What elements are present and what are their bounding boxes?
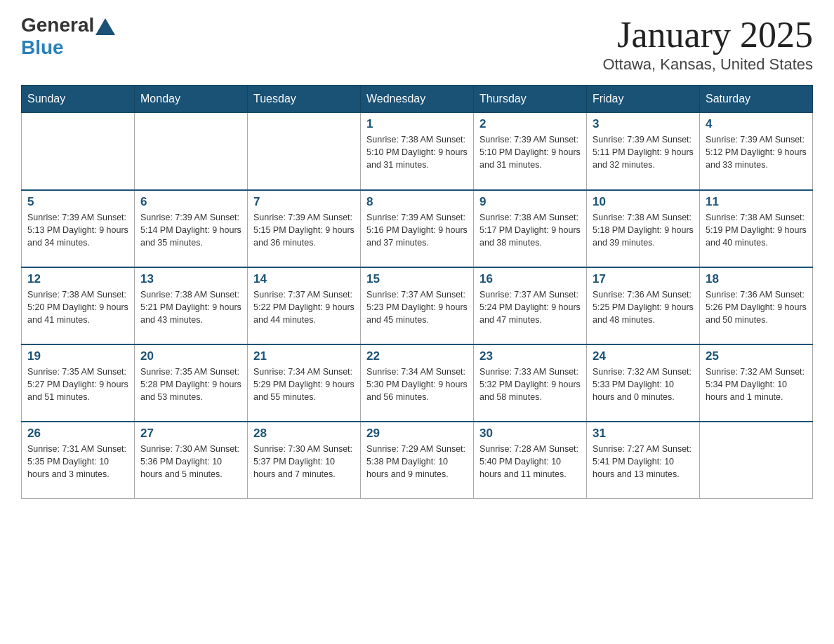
day-number: 29 xyxy=(366,427,468,441)
calendar-cell: 20Sunrise: 7:35 AM Sunset: 5:28 PM Dayli… xyxy=(135,344,248,422)
day-info: Sunrise: 7:34 AM Sunset: 5:30 PM Dayligh… xyxy=(366,365,468,403)
header-cell-friday: Friday xyxy=(587,86,700,113)
day-info: Sunrise: 7:36 AM Sunset: 5:26 PM Dayligh… xyxy=(706,288,807,326)
calendar-cell: 21Sunrise: 7:34 AM Sunset: 5:29 PM Dayli… xyxy=(248,344,361,422)
calendar-cell: 5Sunrise: 7:39 AM Sunset: 5:13 PM Daylig… xyxy=(22,190,135,267)
header-row: SundayMondayTuesdayWednesdayThursdayFrid… xyxy=(22,86,813,113)
calendar-body: 1Sunrise: 7:38 AM Sunset: 5:10 PM Daylig… xyxy=(22,113,813,499)
day-number: 28 xyxy=(253,427,355,441)
calendar-cell: 13Sunrise: 7:38 AM Sunset: 5:21 PM Dayli… xyxy=(135,267,248,344)
calendar-cell: 4Sunrise: 7:39 AM Sunset: 5:12 PM Daylig… xyxy=(700,113,813,190)
day-number: 22 xyxy=(366,349,468,363)
calendar-header: SundayMondayTuesdayWednesdayThursdayFrid… xyxy=(22,86,813,113)
day-number: 14 xyxy=(253,272,355,286)
calendar-cell: 9Sunrise: 7:38 AM Sunset: 5:17 PM Daylig… xyxy=(474,190,587,267)
day-info: Sunrise: 7:39 AM Sunset: 5:15 PM Dayligh… xyxy=(253,211,355,249)
header-cell-saturday: Saturday xyxy=(700,86,813,113)
day-info: Sunrise: 7:38 AM Sunset: 5:10 PM Dayligh… xyxy=(366,133,468,171)
calendar-cell: 28Sunrise: 7:30 AM Sunset: 5:37 PM Dayli… xyxy=(248,422,361,499)
day-number: 13 xyxy=(140,272,241,286)
day-info: Sunrise: 7:38 AM Sunset: 5:21 PM Dayligh… xyxy=(140,288,241,326)
day-info: Sunrise: 7:38 AM Sunset: 5:18 PM Dayligh… xyxy=(593,211,694,249)
day-info: Sunrise: 7:32 AM Sunset: 5:33 PM Dayligh… xyxy=(593,365,694,403)
calendar-cell: 16Sunrise: 7:37 AM Sunset: 5:24 PM Dayli… xyxy=(474,267,587,344)
day-info: Sunrise: 7:39 AM Sunset: 5:13 PM Dayligh… xyxy=(27,211,128,249)
day-info: Sunrise: 7:39 AM Sunset: 5:11 PM Dayligh… xyxy=(593,133,694,171)
day-info: Sunrise: 7:33 AM Sunset: 5:32 PM Dayligh… xyxy=(479,365,581,403)
week-row-3: 12Sunrise: 7:38 AM Sunset: 5:20 PM Dayli… xyxy=(22,267,813,344)
day-number: 4 xyxy=(706,117,807,131)
calendar-cell: 29Sunrise: 7:29 AM Sunset: 5:38 PM Dayli… xyxy=(361,422,474,499)
day-number: 5 xyxy=(27,195,128,209)
day-info: Sunrise: 7:39 AM Sunset: 5:16 PM Dayligh… xyxy=(366,211,468,249)
day-number: 26 xyxy=(27,427,128,441)
week-row-1: 1Sunrise: 7:38 AM Sunset: 5:10 PM Daylig… xyxy=(22,113,813,190)
day-info: Sunrise: 7:31 AM Sunset: 5:35 PM Dayligh… xyxy=(27,443,128,481)
day-info: Sunrise: 7:28 AM Sunset: 5:40 PM Dayligh… xyxy=(479,443,581,481)
day-number: 11 xyxy=(706,195,807,209)
day-number: 7 xyxy=(253,195,355,209)
day-number: 2 xyxy=(479,117,581,131)
day-number: 18 xyxy=(706,272,807,286)
header-cell-thursday: Thursday xyxy=(474,86,587,113)
calendar-cell: 22Sunrise: 7:34 AM Sunset: 5:30 PM Dayli… xyxy=(361,344,474,422)
calendar-cell: 7Sunrise: 7:39 AM Sunset: 5:15 PM Daylig… xyxy=(248,190,361,267)
calendar-title: January 2025 xyxy=(602,14,813,55)
day-info: Sunrise: 7:38 AM Sunset: 5:17 PM Dayligh… xyxy=(479,211,581,249)
calendar-cell: 19Sunrise: 7:35 AM Sunset: 5:27 PM Dayli… xyxy=(22,344,135,422)
day-number: 6 xyxy=(140,195,241,209)
page-header: General Blue January 2025 Ottawa, Kansas… xyxy=(21,14,813,74)
week-row-2: 5Sunrise: 7:39 AM Sunset: 5:13 PM Daylig… xyxy=(22,190,813,267)
calendar-cell: 11Sunrise: 7:38 AM Sunset: 5:19 PM Dayli… xyxy=(700,190,813,267)
day-number: 1 xyxy=(366,117,468,131)
day-number: 9 xyxy=(479,195,581,209)
day-info: Sunrise: 7:30 AM Sunset: 5:36 PM Dayligh… xyxy=(140,443,241,481)
day-number: 19 xyxy=(27,349,128,363)
calendar-cell: 15Sunrise: 7:37 AM Sunset: 5:23 PM Dayli… xyxy=(361,267,474,344)
calendar-cell: 17Sunrise: 7:36 AM Sunset: 5:25 PM Dayli… xyxy=(587,267,700,344)
calendar-cell: 25Sunrise: 7:32 AM Sunset: 5:34 PM Dayli… xyxy=(700,344,813,422)
week-row-4: 19Sunrise: 7:35 AM Sunset: 5:27 PM Dayli… xyxy=(22,344,813,422)
calendar-cell: 18Sunrise: 7:36 AM Sunset: 5:26 PM Dayli… xyxy=(700,267,813,344)
logo-triangle-icon xyxy=(95,18,115,35)
calendar-cell: 24Sunrise: 7:32 AM Sunset: 5:33 PM Dayli… xyxy=(587,344,700,422)
day-info: Sunrise: 7:37 AM Sunset: 5:23 PM Dayligh… xyxy=(366,288,468,326)
day-number: 24 xyxy=(593,349,694,363)
day-number: 31 xyxy=(593,427,694,441)
calendar-cell: 3Sunrise: 7:39 AM Sunset: 5:11 PM Daylig… xyxy=(587,113,700,190)
day-info: Sunrise: 7:39 AM Sunset: 5:10 PM Dayligh… xyxy=(479,133,581,171)
calendar-cell xyxy=(135,113,248,190)
day-number: 8 xyxy=(366,195,468,209)
day-info: Sunrise: 7:38 AM Sunset: 5:19 PM Dayligh… xyxy=(706,211,807,249)
calendar-cell: 14Sunrise: 7:37 AM Sunset: 5:22 PM Dayli… xyxy=(248,267,361,344)
calendar-cell xyxy=(700,422,813,499)
day-info: Sunrise: 7:39 AM Sunset: 5:14 PM Dayligh… xyxy=(140,211,241,249)
day-info: Sunrise: 7:30 AM Sunset: 5:37 PM Dayligh… xyxy=(253,443,355,481)
title-section: January 2025 Ottawa, Kansas, United Stat… xyxy=(602,14,813,74)
day-info: Sunrise: 7:39 AM Sunset: 5:12 PM Dayligh… xyxy=(706,133,807,171)
calendar-cell xyxy=(22,113,135,190)
day-info: Sunrise: 7:36 AM Sunset: 5:25 PM Dayligh… xyxy=(593,288,694,326)
day-number: 23 xyxy=(479,349,581,363)
calendar-cell xyxy=(248,113,361,190)
calendar-cell: 10Sunrise: 7:38 AM Sunset: 5:18 PM Dayli… xyxy=(587,190,700,267)
calendar-cell: 6Sunrise: 7:39 AM Sunset: 5:14 PM Daylig… xyxy=(135,190,248,267)
day-number: 25 xyxy=(706,349,807,363)
day-number: 10 xyxy=(593,195,694,209)
calendar-subtitle: Ottawa, Kansas, United States xyxy=(602,55,813,74)
calendar-cell: 1Sunrise: 7:38 AM Sunset: 5:10 PM Daylig… xyxy=(361,113,474,190)
day-number: 30 xyxy=(479,427,581,441)
day-number: 12 xyxy=(27,272,128,286)
day-info: Sunrise: 7:37 AM Sunset: 5:24 PM Dayligh… xyxy=(479,288,581,326)
day-info: Sunrise: 7:34 AM Sunset: 5:29 PM Dayligh… xyxy=(253,365,355,403)
calendar-cell: 27Sunrise: 7:30 AM Sunset: 5:36 PM Dayli… xyxy=(135,422,248,499)
day-info: Sunrise: 7:29 AM Sunset: 5:38 PM Dayligh… xyxy=(366,443,468,481)
calendar-cell: 26Sunrise: 7:31 AM Sunset: 5:35 PM Dayli… xyxy=(22,422,135,499)
header-cell-monday: Monday xyxy=(135,86,248,113)
calendar-cell: 8Sunrise: 7:39 AM Sunset: 5:16 PM Daylig… xyxy=(361,190,474,267)
day-info: Sunrise: 7:38 AM Sunset: 5:20 PM Dayligh… xyxy=(27,288,128,326)
day-number: 27 xyxy=(140,427,241,441)
calendar-cell: 12Sunrise: 7:38 AM Sunset: 5:20 PM Dayli… xyxy=(22,267,135,344)
day-info: Sunrise: 7:37 AM Sunset: 5:22 PM Dayligh… xyxy=(253,288,355,326)
day-number: 3 xyxy=(593,117,694,131)
